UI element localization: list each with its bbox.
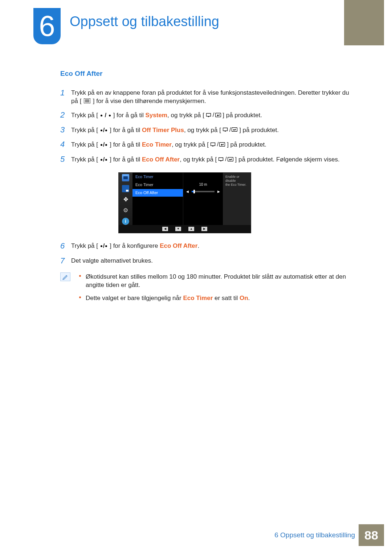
text-fragment: Trykk på [ [71, 141, 100, 148]
step-text: Trykk på en av knappene foran på produkt… [71, 87, 351, 106]
highlight-term: On [240, 295, 248, 301]
osd-position-icon [122, 196, 129, 203]
osd-screenshot: Eco Timer Eco Timer Eco Off After 10 m ◀… [118, 172, 351, 233]
osd-menu-item-selected: Eco Off After [132, 189, 183, 197]
svg-rect-9 [232, 128, 237, 132]
note-block: Økotidsuret kan stilles mellom 10 og 180… [60, 272, 351, 307]
text-fragment: , [180, 156, 183, 163]
text-fragment: ] på produktet. Følgende skjerm vises. [235, 156, 340, 163]
osd-panel: Eco Timer Eco Timer Eco Off After 10 m ◀… [118, 172, 251, 233]
step-text: Trykk på [ / ] for å gå til Eco Timer, o… [71, 139, 351, 150]
footer: 6 Oppsett og tilbakestilling 88 [274, 524, 384, 546]
highlight-term: Eco Off After [142, 156, 180, 163]
osd-menu-column: Eco Timer Eco Timer Eco Off After [132, 173, 183, 225]
text-fragment: Økotidsuret kan stilles mellom 10 og 180… [86, 273, 346, 289]
text-fragment: ] for å gå til [113, 112, 146, 119]
text-fragment: , [167, 112, 171, 119]
steps-list-continued: 6 Trykk på [ / ] for å konfigurere Eco O… [60, 241, 351, 267]
dot-icon [105, 130, 107, 131]
step-number: 4 [60, 139, 69, 150]
svg-rect-10 [211, 143, 215, 146]
step-number: 3 [60, 124, 69, 136]
osd-right-arrow-icon: ▶ [217, 189, 221, 194]
text-fragment: ] for å gå til [110, 141, 142, 148]
step-text: Trykk på [ / ] for å gå til Off Timer Pl… [71, 124, 351, 136]
osd-value-label: 10 m [185, 182, 221, 187]
enter-source-icon: / [223, 126, 238, 134]
text-fragment: Trykk på [ [71, 242, 100, 249]
text-fragment: Dette valget er bare tilgjengelig når [86, 295, 183, 301]
enter-source-icon: / [206, 111, 221, 119]
svg-rect-5 [208, 116, 209, 117]
osd-hint-line: Enable or disable [225, 175, 249, 183]
step-text: Trykk på [ / ] for å konfigurere Eco Off… [71, 241, 351, 252]
highlight-term: System [145, 112, 167, 119]
text-fragment: Trykk på [ [71, 112, 100, 119]
dot-icon [105, 245, 107, 247]
highlight-term: Eco Off After [160, 242, 197, 249]
chapter-tab: 6 [33, 8, 61, 44]
dot-icon [101, 130, 102, 131]
section-heading: Eco Off After [60, 69, 351, 79]
dot-icon [105, 159, 107, 161]
note-list: Økotidsuret kan stilles mellom 10 og 180… [79, 272, 351, 307]
footer-page-number: 88 [359, 524, 384, 546]
text-fragment: ] for å gå til [110, 156, 142, 163]
dot-icon [109, 115, 111, 116]
step-text: Trykk på [ / ] for å gå til Eco Off Afte… [71, 154, 351, 165]
highlight-term: Off Timer Plus [142, 126, 184, 133]
osd-nav-down-icon: ▼ [175, 227, 181, 231]
dot-icon [101, 144, 102, 146]
dot-icon [105, 144, 107, 146]
osd-settings-icon [122, 207, 129, 214]
dot-icon [101, 115, 102, 116]
svg-rect-12 [220, 143, 225, 147]
text-fragment: og trykk på [ [171, 112, 204, 119]
note-item: Økotidsuret kan stilles mellom 10 og 180… [79, 272, 351, 290]
osd-hint-column: Enable or disable the Eco Timer. [223, 173, 251, 225]
text-fragment: Trykk på [ [71, 156, 100, 163]
text-fragment: og trykk på [ [175, 141, 209, 148]
dot-icon [101, 159, 102, 161]
dot-icon [101, 245, 102, 247]
step-2: 2 Trykk på [ / ] for å gå til System, og… [60, 110, 351, 121]
osd-info-icon [122, 218, 129, 225]
step-number: 7 [60, 255, 69, 267]
svg-rect-6 [215, 113, 221, 117]
page: 6 Oppsett og tilbakestilling Eco Off Aft… [0, 0, 392, 554]
step-3: 3 Trykk på [ / ] for å gå til Off Timer … [60, 124, 351, 136]
menu-icon [84, 97, 90, 106]
text-fragment: . [248, 295, 250, 301]
step-5: 5 Trykk på [ / ] for å gå til Eco Off Af… [60, 154, 351, 165]
text-fragment: ] på produktet. [239, 126, 279, 133]
step-7: 7 Det valgte alternativet brukes. [60, 255, 351, 267]
step-number: 6 [60, 241, 69, 252]
chapter-number: 6 [39, 9, 55, 43]
text-fragment: ] for å gå til [110, 126, 142, 133]
text-fragment: er satt til [213, 295, 240, 301]
osd-nav-up-icon: ▲ [188, 227, 194, 231]
footer-label: 6 Oppsett og tilbakestilling [274, 531, 355, 539]
osd-sidebar [119, 173, 132, 225]
svg-rect-11 [212, 146, 213, 147]
osd-picture-icon [122, 174, 129, 181]
header-decor-block [344, 0, 384, 45]
text-fragment: , [184, 126, 187, 133]
content-area: Eco Off After 1 Trykk på en av knappene … [60, 69, 351, 307]
highlight-term: Eco Timer [142, 141, 172, 148]
svg-rect-8 [225, 131, 226, 132]
osd-nav-bar: ◀ ▼ ▲ ▶ [119, 225, 251, 233]
text-fragment: , [172, 141, 175, 148]
text-fragment: ] på produktet. [222, 112, 262, 119]
osd-slider: ◀ ▶ [185, 189, 221, 194]
text-fragment: ] for å vise den tilhørende menyskjermen… [93, 98, 206, 104]
step-number: 5 [60, 154, 69, 165]
note-item: Dette valget er bare tilgjengelig når Ec… [79, 294, 351, 303]
svg-rect-15 [228, 157, 233, 161]
step-number: 2 [60, 110, 69, 121]
enter-source-icon: / [219, 155, 233, 164]
osd-menu-item: Eco Timer [132, 181, 183, 189]
osd-left-arrow-icon: ◀ [185, 189, 189, 194]
step-6: 6 Trykk på [ / ] for å konfigurere Eco O… [60, 241, 351, 252]
osd-nav-right-icon: ▶ [201, 227, 207, 231]
